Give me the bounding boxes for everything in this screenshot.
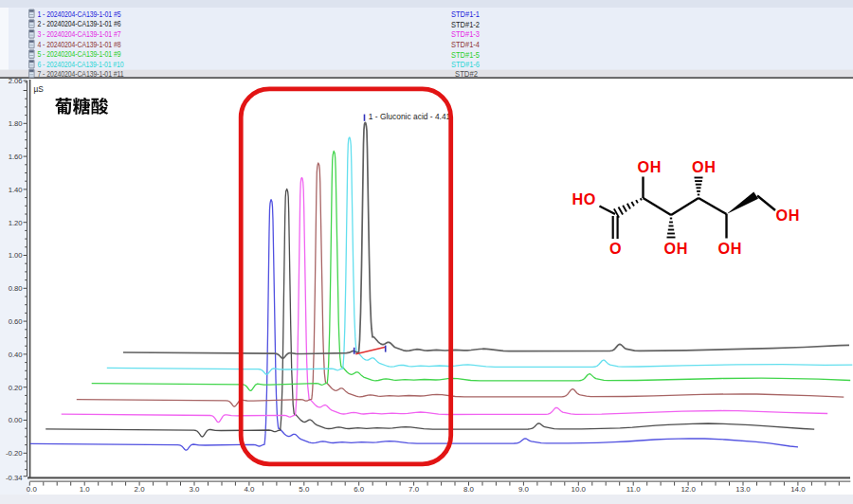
svg-text:O: O xyxy=(609,240,622,257)
svg-text:HO: HO xyxy=(572,190,596,207)
svg-text:3 - 20240204-CA139-1-01 #7: 3 - 20240204-CA139-1-01 #7 xyxy=(38,28,121,39)
svg-text:8.0: 8.0 xyxy=(463,485,475,494)
svg-text:0.0: 0.0 xyxy=(27,485,38,494)
svg-text:OH: OH xyxy=(776,207,800,224)
svg-text:0.20: 0.20 xyxy=(9,384,23,392)
svg-text:3.0: 3.0 xyxy=(190,485,201,494)
svg-text:2.0: 2.0 xyxy=(135,485,146,494)
svg-text:OH: OH xyxy=(692,158,716,175)
svg-text:6.0: 6.0 xyxy=(354,485,365,494)
svg-text:1.60: 1.60 xyxy=(9,153,23,161)
svg-text:-0.34: -0.34 xyxy=(6,474,23,482)
svg-text:10.0: 10.0 xyxy=(572,485,587,494)
svg-text:0.60: 0.60 xyxy=(9,317,23,326)
svg-text:1.80: 1.80 xyxy=(9,119,23,128)
svg-text:STD#1-6: STD#1-6 xyxy=(451,60,480,69)
svg-text:5.0: 5.0 xyxy=(299,485,310,494)
svg-text:0.40: 0.40 xyxy=(9,351,23,359)
svg-text:4.0: 4.0 xyxy=(244,485,255,494)
svg-text:0.80: 0.80 xyxy=(9,284,23,293)
svg-text:STD#1-2: STD#1-2 xyxy=(451,20,480,29)
svg-text:STD#1-1: STD#1-1 xyxy=(451,9,480,19)
svg-text:0.00: 0.00 xyxy=(9,416,23,424)
svg-text:1.20: 1.20 xyxy=(9,219,23,227)
svg-text:STD#2: STD#2 xyxy=(455,69,478,79)
svg-text:14.0: 14.0 xyxy=(790,485,806,494)
svg-text:1.00: 1.00 xyxy=(9,251,23,260)
svg-text:1.40: 1.40 xyxy=(9,186,23,194)
svg-text:1.0: 1.0 xyxy=(80,485,91,494)
svg-text:1 - Gluconic acid - 4.41: 1 - Gluconic acid - 4.41 xyxy=(369,113,451,121)
svg-text:OH: OH xyxy=(638,158,662,175)
svg-text:9.0: 9.0 xyxy=(518,485,530,494)
svg-text:STD#1-3: STD#1-3 xyxy=(451,29,480,39)
svg-text:STD#1-4: STD#1-4 xyxy=(451,40,480,49)
svg-text:1 - 20240204-CA139-1-01 #5: 1 - 20240204-CA139-1-01 #5 xyxy=(38,9,121,19)
svg-text:STD#1-5: STD#1-5 xyxy=(451,50,480,60)
svg-text:4 - 20240204-CA139-1-01 #8: 4 - 20240204-CA139-1-01 #8 xyxy=(38,39,121,49)
svg-text:12.0: 12.0 xyxy=(681,485,696,494)
svg-text:OH: OH xyxy=(718,240,742,257)
svg-text:2.06: 2.06 xyxy=(9,77,23,85)
svg-text:-0.20: -0.20 xyxy=(6,449,23,458)
svg-text:2 - 20240204-CA139-1-01 #6: 2 - 20240204-CA139-1-01 #6 xyxy=(38,18,121,28)
svg-text:7 - 20240204-CA139-1-01 #11: 7 - 20240204-CA139-1-01 #11 xyxy=(38,68,124,79)
svg-text:5 - 20240204-CA139-1-01 #9: 5 - 20240204-CA139-1-01 #9 xyxy=(38,48,121,59)
svg-text:7.0: 7.0 xyxy=(408,485,420,494)
svg-text:OH: OH xyxy=(664,240,688,257)
svg-text:11.0: 11.0 xyxy=(626,485,641,494)
svg-text:13.0: 13.0 xyxy=(735,485,751,494)
svg-text:µS: µS xyxy=(34,84,45,94)
